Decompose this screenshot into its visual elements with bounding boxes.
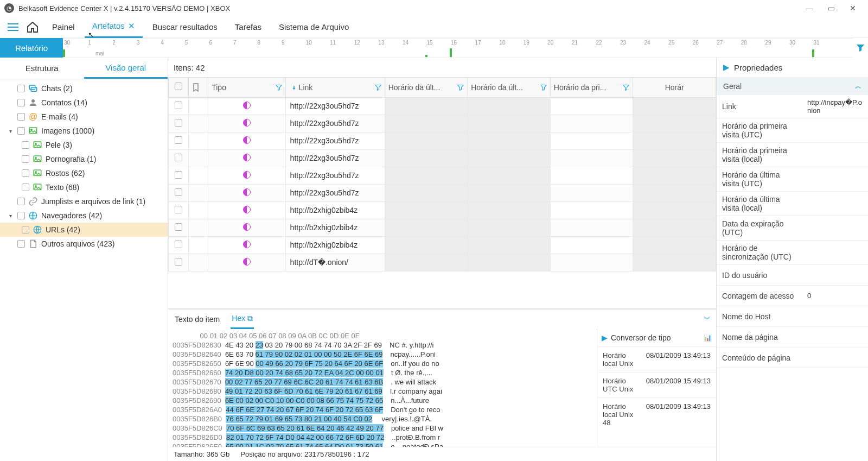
prop-section-general[interactable]: Geral ︽ xyxy=(717,77,868,95)
tab-sistema[interactable]: Sistema de Arquivo xyxy=(271,17,356,37)
table-row[interactable]: http://b2xhig0zbib4z xyxy=(169,236,716,254)
tree-item[interactable]: ▾Imagens (1000) xyxy=(0,124,168,138)
bookmark-icon xyxy=(192,83,200,92)
tree-item[interactable]: Outros arquivos (423) xyxy=(0,237,168,251)
checkbox[interactable] xyxy=(22,141,29,149)
tab-buscar[interactable]: Buscar resultados xyxy=(145,17,225,37)
table-row[interactable]: http://dT�.onion/ xyxy=(169,254,716,271)
type-icon xyxy=(243,223,251,231)
timeline[interactable]: 3012345678910111213141516171819202122232… xyxy=(63,38,853,58)
table-row[interactable]: http://22xg3ou5hd7z xyxy=(169,115,716,132)
timeline-filter-button[interactable] xyxy=(853,38,868,58)
tree-item[interactable]: Rostos (62) xyxy=(0,166,168,180)
menu-icon[interactable] xyxy=(5,20,21,35)
row-checkbox[interactable] xyxy=(175,258,182,266)
row-checkbox[interactable] xyxy=(175,241,182,248)
center-panel: Itens: 42 TipoLinkHorário da últ...Horár… xyxy=(168,58,716,461)
hex-view[interactable]: 00 01 02 03 04 05 06 07 08 09 0A 0B 0C 0… xyxy=(168,329,597,447)
filter-icon[interactable] xyxy=(540,84,547,91)
funnel-icon xyxy=(856,43,865,52)
column-header[interactable]: Horár xyxy=(633,78,716,97)
close-tab-icon[interactable]: ✕ xyxy=(128,21,135,30)
tree-item[interactable]: Texto (68) xyxy=(0,180,168,194)
property-row: Horário da última visita (UTC) xyxy=(717,167,868,192)
checkbox[interactable] xyxy=(17,240,25,248)
table-row[interactable]: http://22xg3ou5hd7z xyxy=(169,184,716,201)
column-header[interactable]: Horário da pri... xyxy=(550,78,633,97)
bottom-tab-texto[interactable]: Texto do item xyxy=(174,311,221,328)
table-row[interactable]: http://22xg3ou5hd7z xyxy=(169,132,716,149)
home-icon xyxy=(26,21,39,34)
property-row: Contagem de acesso0 xyxy=(717,286,868,306)
tab-painel[interactable]: Painel xyxy=(44,17,82,37)
column-header[interactable]: Tipo xyxy=(208,78,285,97)
table-row[interactable]: http://22xg3ou5hd7z xyxy=(169,97,716,115)
checkbox[interactable] xyxy=(22,169,29,177)
checkbox[interactable] xyxy=(22,226,29,233)
tree-item[interactable]: ▾Navegadores (42) xyxy=(0,209,168,223)
tree-item[interactable]: Pornografia (1) xyxy=(0,152,168,166)
tree-item-label: Pornografia (1) xyxy=(46,155,96,163)
filter-icon[interactable] xyxy=(623,84,629,91)
table-row[interactable]: http://22xg3ou5hd7z xyxy=(169,149,716,167)
table-row[interactable]: http://22xg3ou5hd7z xyxy=(169,167,716,184)
tree-item-label: Imagens (1000) xyxy=(41,127,94,135)
collapse-bottom-icon[interactable]: ︾ xyxy=(704,314,711,324)
chart-icon[interactable]: 📊 xyxy=(704,334,712,342)
left-tab-estrutura[interactable]: Estrutura xyxy=(0,58,84,79)
left-tab-visao-geral[interactable]: Visão geral xyxy=(84,58,168,79)
row-checkbox[interactable] xyxy=(175,188,182,196)
checkbox[interactable] xyxy=(22,155,29,163)
column-header[interactable] xyxy=(188,78,208,97)
checkbox[interactable] xyxy=(17,99,25,106)
play-icon[interactable]: ▶ xyxy=(602,333,608,342)
row-checkbox[interactable] xyxy=(175,223,182,231)
report-button[interactable]: Relatório xyxy=(0,38,63,58)
checkbox[interactable] xyxy=(17,127,25,135)
tree-item[interactable]: Chats (2) xyxy=(0,81,168,96)
tree-item[interactable]: Pele (3) xyxy=(0,138,168,152)
home-button[interactable] xyxy=(23,17,42,37)
sort-icon[interactable] xyxy=(289,84,296,91)
row-checkbox[interactable] xyxy=(175,206,182,213)
tree-item[interactable]: Contatos (14) xyxy=(0,96,168,110)
tree-item-label: Rostos (62) xyxy=(46,169,85,178)
collapse-section-icon[interactable]: ︽ xyxy=(855,81,861,91)
filter-icon[interactable] xyxy=(375,84,381,91)
play-icon[interactable]: ▶ xyxy=(723,62,730,72)
maximize-button[interactable]: ▭ xyxy=(820,1,842,16)
tree-item[interactable]: URLs (42) xyxy=(0,223,168,237)
filter-icon[interactable] xyxy=(457,84,464,91)
row-checkbox[interactable] xyxy=(175,136,182,144)
property-row: Nome do Host xyxy=(717,306,868,327)
column-header[interactable]: Horário da últ... xyxy=(385,78,468,97)
type-icon xyxy=(243,136,251,144)
checkbox[interactable] xyxy=(17,198,25,205)
filter-icon[interactable] xyxy=(276,84,282,91)
row-checkbox[interactable] xyxy=(175,154,182,161)
row-checkbox[interactable] xyxy=(175,171,182,179)
row-checkbox[interactable] xyxy=(175,102,182,109)
checkbox[interactable] xyxy=(17,85,25,92)
checkbox[interactable] xyxy=(17,212,25,219)
row-checkbox[interactable] xyxy=(175,119,182,127)
type-icon xyxy=(243,119,251,127)
tree-item[interactable]: @E-mails (4) xyxy=(0,110,168,124)
tab-artefatos[interactable]: Artefatos✕ xyxy=(85,16,143,38)
external-icon[interactable]: ⧉ xyxy=(247,314,253,323)
checkbox[interactable] xyxy=(17,113,25,121)
tree-item[interactable]: Jumplists e arquivos de link (1) xyxy=(0,194,168,209)
tree-item-label: Outros arquivos (423) xyxy=(41,239,114,248)
select-all-checkbox[interactable] xyxy=(175,83,182,90)
minimize-button[interactable]: — xyxy=(799,1,820,16)
close-button[interactable]: ✕ xyxy=(842,1,864,16)
checkbox[interactable] xyxy=(22,184,29,191)
column-header[interactable] xyxy=(169,78,189,97)
column-header[interactable]: Link xyxy=(285,78,385,97)
tab-tarefas[interactable]: Tarefas xyxy=(227,17,269,37)
column-header[interactable]: Horário da últ... xyxy=(468,78,551,97)
table-row[interactable]: http://b2xhig0zbib4z xyxy=(169,201,716,219)
bottom-tab-hex[interactable]: Hex⧉ xyxy=(231,310,254,329)
data-table-wrap[interactable]: TipoLinkHorário da últ...Horário da últ.… xyxy=(168,77,716,309)
table-row[interactable]: http://b2xhig0zbib4z xyxy=(169,219,716,236)
